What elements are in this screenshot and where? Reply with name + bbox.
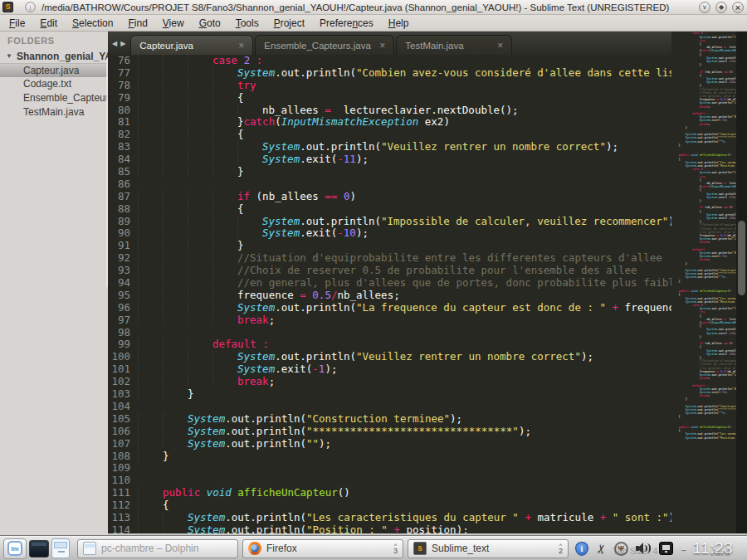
menu-help[interactable]: Help: [381, 15, 417, 32]
menu-project[interactable]: Project: [266, 15, 312, 32]
taskbar: lm pc-chambre – DolphinFirefox˄3sSublime…: [0, 536, 747, 560]
sublime-task-icon: s: [413, 542, 427, 555]
sidebar: FOLDERS ▼ Shannon_genial_YAOUH! Capteur.…: [0, 32, 108, 536]
close-button[interactable]: ×: [732, 2, 744, 13]
tab-Capteur.java[interactable]: Capteur.java×: [130, 35, 253, 55]
tab-strip: Capteur.java×Ensemble_Capteurs.java×Test…: [130, 35, 514, 55]
menu-goto[interactable]: Goto: [192, 15, 228, 32]
device-notifier-icon[interactable]: [659, 542, 673, 555]
sidebar-item-Capteur.java[interactable]: Capteur.java: [0, 63, 108, 77]
tab-close-icon[interactable]: ×: [379, 40, 385, 51]
window-titlebar[interactable]: S | /media/BATHROW/Cours/PROJET S8/Fano3…: [0, 0, 747, 15]
tab-scroll-left-icon[interactable]: ◀: [112, 40, 117, 47]
file-manager-launcher[interactable]: [51, 538, 70, 558]
tab-TestMain.java[interactable]: TestMain.java×: [396, 35, 512, 55]
task-pc-chambre – Dolphin[interactable]: pc-chambre – Dolphin: [77, 539, 238, 558]
sidebar-root-folder[interactable]: ▼ Shannon_genial_YAOUH!: [0, 49, 108, 63]
minimap-content: case 2 : System.out.println("Combien ave…: [671, 32, 736, 439]
menu-tools[interactable]: Tools: [228, 15, 266, 32]
sidebar-file-list: Capteur.javaCodage.txtEnsemble_Capteurs.…: [0, 63, 108, 119]
clipboard-scissors-icon[interactable]: ✂: [594, 543, 608, 555]
minimize-button[interactable]: ∨: [699, 2, 710, 13]
folders-header: FOLDERS: [0, 32, 108, 49]
task-Firefox[interactable]: Firefox˄3: [242, 539, 403, 558]
scrollbar-thumb[interactable]: [738, 221, 745, 295]
tab-close-icon[interactable]: ×: [497, 40, 503, 51]
mint-menu-icon: lm: [7, 541, 22, 556]
tab-scroll-right-icon[interactable]: ▶: [120, 40, 125, 47]
desktop: S | /media/BATHROW/Cours/PROJET S8/Fano3…: [0, 0, 747, 560]
dolphin-task-icon: [83, 542, 96, 555]
terminal-launcher[interactable]: [29, 540, 49, 558]
task-list: pc-chambre – DolphinFirefox˄3sSublime_te…: [77, 539, 569, 558]
sidebar-item-Ensemble_Capteurs.java[interactable]: Ensemble_Capteurs.java: [0, 91, 108, 105]
mint-menu-button[interactable]: lm: [3, 538, 27, 559]
menu-selection[interactable]: Selection: [65, 15, 120, 32]
window-title: /media/BATHROW/Cours/PROJET S8/Fano3/Sha…: [0, 2, 747, 12]
usb-device-icon[interactable]: Ψ: [614, 542, 628, 556]
sidebar-item-TestMain.java[interactable]: TestMain.java: [0, 105, 108, 119]
panel-expander-icon[interactable]: ▲: [681, 545, 688, 552]
tab-close-icon[interactable]: ×: [238, 40, 244, 51]
menu-preferences[interactable]: Preferences: [312, 15, 381, 32]
tabbar: ◀ ▶ Capteur.java×Ensemble_Capteurs.java×…: [108, 32, 747, 55]
tab-Ensemble_Capteurs.java[interactable]: Ensemble_Capteurs.java×: [255, 35, 394, 55]
volume-icon[interactable]: [636, 542, 652, 555]
folder-expanded-icon[interactable]: ▼: [6, 52, 12, 60]
menu-find[interactable]: Find: [120, 15, 154, 32]
editor-scrollbar[interactable]: [736, 32, 747, 533]
status-syntax: Java: [710, 548, 730, 558]
menubar: FileEditSelectionFindViewGotoToolsProjec…: [0, 15, 747, 32]
system-tray: i ✂ Ψ ▲: [575, 542, 688, 556]
file-manager-icon: [51, 538, 70, 558]
sidebar-item-Codage.txt[interactable]: Codage.txt: [0, 77, 108, 91]
firefox-task-icon: [248, 542, 261, 555]
code-area[interactable]: 76 case 2 :77 System.out.println("Combie…: [108, 55, 747, 533]
titlebar-pin-button[interactable]: |: [25, 2, 36, 12]
update-notifier-icon[interactable]: i: [575, 542, 588, 556]
editor-column: ◀ ▶ Capteur.java×Ensemble_Capteurs.java×…: [108, 32, 747, 536]
menu-view[interactable]: View: [155, 15, 192, 32]
task-Sublime_text[interactable]: sSublime_text˄2: [408, 539, 569, 558]
sublime-app-icon: S: [2, 2, 13, 12]
maximize-button[interactable]: ◆: [715, 2, 727, 13]
menu-file[interactable]: File: [2, 15, 32, 32]
minimap[interactable]: case 2 : System.out.println("Combien ave…: [671, 32, 736, 533]
terminal-icon: [29, 540, 49, 558]
menu-edit[interactable]: Edit: [32, 15, 65, 32]
